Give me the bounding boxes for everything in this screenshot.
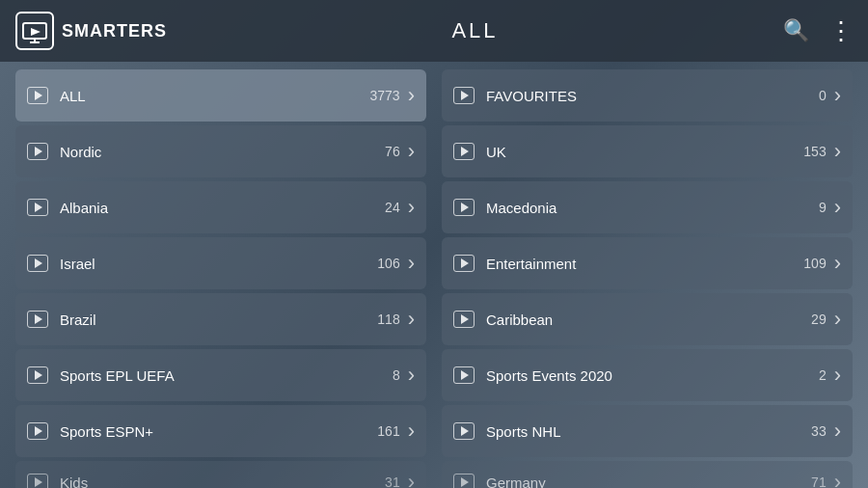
category-row[interactable]: ALL3773›	[15, 69, 426, 122]
category-count: 29	[811, 312, 827, 327]
category-count: 76	[385, 144, 400, 159]
category-count: 0	[819, 88, 827, 103]
play-icon	[453, 311, 475, 328]
chevron-right-icon: ›	[834, 85, 841, 106]
logo-area: SMARTERS	[15, 12, 167, 50]
category-name: Kids	[60, 474, 385, 489]
category-row[interactable]: Albania24›	[15, 181, 426, 233]
category-row[interactable]: Caribbean29›	[442, 293, 853, 345]
category-name: Nordic	[60, 144, 385, 160]
svg-marker-3	[31, 28, 41, 36]
left-column: ALL3773›Nordic76›Albania24›Israel106›Bra…	[12, 69, 430, 488]
category-name: Macedonia	[486, 200, 819, 216]
play-icon	[453, 255, 475, 272]
category-count: 31	[385, 474, 400, 488]
category-row[interactable]: Sports Events 20202›	[442, 349, 853, 401]
play-icon	[453, 87, 475, 104]
category-name: Entertainment	[486, 256, 803, 272]
play-icon	[27, 366, 48, 384]
chevron-right-icon: ›	[834, 472, 841, 488]
chevron-right-icon: ›	[408, 472, 415, 488]
category-name: Brazil	[60, 312, 377, 328]
play-icon	[453, 422, 475, 440]
category-name: Albania	[60, 200, 385, 216]
header: SMARTERS ALL 🔍 ⋮	[0, 0, 868, 62]
play-icon	[27, 311, 48, 328]
logo-icon	[15, 12, 54, 50]
category-count: 109	[803, 256, 826, 271]
category-row[interactable]: Germany71›	[442, 461, 853, 488]
play-icon	[27, 422, 48, 440]
more-options-icon[interactable]: ⋮	[828, 16, 853, 46]
chevron-right-icon: ›	[834, 309, 841, 330]
play-icon	[27, 255, 48, 272]
category-count: 8	[393, 367, 400, 383]
app-container: SMARTERS ALL 🔍 ⋮ ALL3773›Nordic76›Albani…	[0, 0, 868, 488]
play-icon	[27, 143, 48, 160]
category-row[interactable]: Entertainment109›	[442, 237, 853, 289]
category-count: 9	[819, 200, 827, 215]
chevron-right-icon: ›	[408, 420, 415, 442]
category-row[interactable]: FAVOURITES0›	[442, 69, 853, 122]
category-row[interactable]: Sports ESPN+161›	[15, 405, 426, 457]
play-icon	[453, 143, 475, 160]
chevron-right-icon: ›	[834, 141, 841, 162]
category-name: Sports ESPN+	[60, 423, 377, 440]
content-grid: ALL3773›Nordic76›Albania24›Israel106›Bra…	[0, 62, 868, 488]
category-name: Sports EPL UEFA	[60, 367, 393, 384]
chevron-right-icon: ›	[408, 85, 415, 106]
category-count: 118	[377, 312, 399, 327]
category-name: UK	[486, 144, 803, 160]
search-icon[interactable]: 🔍	[783, 18, 809, 43]
category-count: 71	[811, 474, 827, 488]
category-count: 33	[811, 423, 827, 439]
chevron-right-icon: ›	[408, 309, 415, 330]
header-title: ALL	[451, 18, 498, 43]
chevron-right-icon: ›	[834, 197, 841, 218]
play-icon	[27, 199, 48, 216]
category-name: Germany	[486, 474, 811, 489]
play-icon	[453, 474, 475, 488]
right-column: FAVOURITES0›UK153›Macedonia9›Entertainme…	[438, 69, 856, 488]
category-row[interactable]: Sports EPL UEFA8›	[15, 349, 426, 401]
chevron-right-icon: ›	[834, 253, 841, 274]
category-row[interactable]: Nordic76›	[15, 125, 426, 177]
chevron-right-icon: ›	[408, 365, 415, 386]
category-row[interactable]: Israel106›	[15, 237, 426, 289]
category-count: 2	[819, 367, 827, 383]
category-count: 3773	[370, 88, 400, 103]
category-row[interactable]: UK153›	[442, 125, 853, 177]
play-icon	[27, 87, 48, 104]
chevron-right-icon: ›	[408, 197, 415, 218]
play-icon	[453, 199, 475, 216]
category-row[interactable]: Brazil118›	[15, 293, 426, 345]
category-name: Sports Events 2020	[486, 367, 819, 384]
play-icon	[453, 366, 475, 384]
category-row[interactable]: Sports NHL33›	[442, 405, 853, 457]
category-row[interactable]: Macedonia9›	[442, 181, 853, 233]
chevron-right-icon: ›	[834, 420, 841, 442]
category-name: ALL	[60, 88, 370, 104]
header-actions: 🔍 ⋮	[783, 16, 853, 46]
category-row[interactable]: Kids31›	[15, 461, 426, 488]
logo-text: SMARTERS	[62, 21, 167, 41]
category-count: 24	[385, 200, 400, 215]
category-name: Israel	[60, 256, 377, 272]
category-name: Sports NHL	[486, 423, 811, 440]
play-icon	[27, 474, 48, 488]
category-name: Caribbean	[486, 312, 811, 328]
chevron-right-icon: ›	[408, 253, 415, 274]
category-count: 106	[377, 256, 399, 271]
chevron-right-icon: ›	[834, 365, 841, 386]
category-name: FAVOURITES	[486, 88, 819, 104]
chevron-right-icon: ›	[408, 141, 415, 162]
category-count: 161	[377, 423, 399, 439]
category-count: 153	[803, 144, 826, 159]
